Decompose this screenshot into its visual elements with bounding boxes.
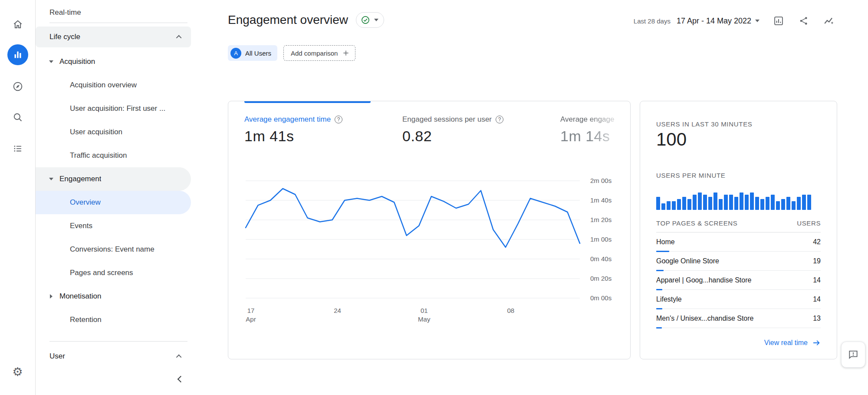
top-page-row[interactable]: Lifestyle14	[656, 290, 821, 309]
sidebar-item-pages-and-screens[interactable]: Pages and screens	[36, 261, 194, 285]
sidebar-item-monetisation[interactable]: Monetisation	[36, 285, 194, 308]
view-real-time-link[interactable]: View real time	[764, 339, 821, 347]
date-preset-label: Last 28 days	[634, 17, 671, 25]
engagement-chart-card: Average engagement time?1m 41sEngaged se…	[228, 101, 631, 359]
sidebar-item-conversions-event-name[interactable]: Conversions: Event name	[36, 238, 194, 261]
section-label: Life cycle	[49, 33, 80, 41]
y-axis-tick: 0m 20s	[590, 275, 612, 282]
top-page-row[interactable]: Google Online Store19	[656, 252, 821, 271]
metric-label: Average engage	[560, 115, 630, 124]
help-icon[interactable]: ?	[496, 116, 503, 123]
sidebar-item-label: Monetisation	[59, 292, 101, 301]
metric-tab-engaged-sessions-per-user[interactable]: Engaged sessions per user?0.82	[402, 115, 560, 145]
per-minute-bar	[661, 203, 665, 210]
metric-label: Average engagement time?	[244, 115, 402, 124]
sidebar-item-label: Retention	[70, 315, 102, 324]
collapse-sidebar-button[interactable]	[174, 372, 187, 386]
sidebar-item-acquisition-overview[interactable]: Acquisition overview	[36, 73, 194, 97]
page-header: Engagement overview	[228, 12, 384, 28]
page-users-count: 42	[813, 238, 821, 246]
comparison-chips: A All Users Add comparison	[228, 45, 355, 61]
sidebar-item-label: Real-time	[49, 8, 81, 17]
sidebar-item-retention[interactable]: Retention	[36, 308, 194, 332]
top-pages-col-label: TOP PAGES & SCREENS	[656, 219, 737, 227]
per-minute-bar	[693, 195, 697, 210]
per-minute-bar	[797, 197, 801, 210]
plus-icon	[342, 49, 350, 57]
sidebar-item-traffic-acquisition[interactable]: Traffic acquisition	[36, 144, 194, 167]
sidebar-item-user-acquisition-first-user[interactable]: User acquisition: First user ...	[36, 97, 194, 120]
x-axis-tick: 17	[247, 307, 255, 314]
selected-metric-indicator	[244, 101, 371, 103]
insights-icon[interactable]	[823, 15, 835, 27]
page-name: Home	[656, 238, 680, 246]
per-minute-bar	[740, 193, 743, 210]
per-minute-bar	[713, 193, 717, 210]
per-minute-bar	[687, 199, 691, 210]
report-status-dropdown[interactable]	[356, 12, 384, 28]
settings-gear-icon[interactable]: ⚙	[11, 365, 24, 378]
engagement-line-chart[interactable]: 2m 00s1m 40s1m 20s1m 00s0m 40s0m 20s0m 0…	[237, 171, 622, 332]
x-axis-tick: 24	[334, 307, 341, 314]
realtime-card: USERS IN LAST 30 MINUTES 100 USERS PER M…	[640, 101, 837, 359]
customize-report-icon[interactable]	[773, 15, 785, 27]
sidebar-item-events[interactable]: Events	[36, 214, 194, 238]
view-real-time-label: View real time	[764, 339, 808, 347]
sidebar-item-overview[interactable]: Overview	[36, 191, 191, 214]
expand-arrow-icon[interactable]	[49, 294, 54, 299]
page-title: Engagement overview	[228, 13, 348, 27]
x-axis-tick: May	[418, 315, 431, 323]
metric-tab-average-engage[interactable]: Average engage1m 14s	[560, 115, 630, 145]
sidebar-item-label: Traffic acquisition	[70, 151, 127, 160]
page-name: Men's / Unisex...chandise Store	[656, 315, 759, 322]
reports-icon[interactable]	[7, 44, 28, 65]
y-axis-tick: 0m 40s	[590, 255, 612, 262]
sidebar-divider	[49, 341, 187, 342]
add-comparison-label: Add comparison	[291, 50, 338, 57]
date-range-selector[interactable]: 17 Apr - 14 May 2022	[677, 17, 760, 26]
sidebar-item-real-time[interactable]: Real-time	[36, 3, 194, 23]
top-page-row[interactable]: Home42	[656, 232, 821, 252]
share-icon[interactable]	[798, 15, 810, 27]
x-axis-tick: 08	[507, 307, 515, 314]
users-30min-value: 100	[656, 129, 687, 150]
top-page-row[interactable]: Men's / Unisex...chandise Store13	[656, 309, 821, 328]
sidebar-item-acquisition[interactable]: Acquisition	[36, 50, 194, 73]
section-label: User	[49, 352, 65, 361]
home-icon[interactable]	[11, 18, 24, 31]
per-minute-bar	[729, 195, 733, 210]
feedback-button[interactable]	[841, 342, 865, 368]
per-minute-bar	[766, 197, 769, 210]
sidebar-section-user[interactable]: User	[36, 346, 191, 367]
sidebar-item-engagement[interactable]: Engagement	[36, 167, 191, 191]
collapse-arrow-icon[interactable]	[49, 59, 54, 64]
green-check-icon	[361, 15, 370, 25]
all-users-chip[interactable]: A All Users	[228, 45, 277, 61]
sidebar-nav-list: AcquisitionAcquisition overviewUser acqu…	[36, 50, 194, 332]
page-mini-bar	[656, 327, 662, 329]
collapse-arrow-icon[interactable]	[49, 176, 54, 182]
y-axis-tick: 1m 00s	[590, 236, 612, 243]
advertising-icon[interactable]	[11, 111, 24, 124]
sidebar-item-user-acquisition[interactable]: User acquisition	[36, 120, 194, 144]
per-minute-bar	[781, 199, 785, 210]
feedback-icon	[848, 349, 859, 360]
page-users-count: 14	[813, 295, 821, 303]
per-minute-bar	[682, 197, 686, 210]
per-minute-bar	[656, 197, 660, 210]
per-minute-bar	[802, 195, 806, 210]
add-comparison-button[interactable]: Add comparison	[283, 45, 355, 61]
sidebar-section-life-cycle[interactable]: Life cycle	[36, 27, 191, 47]
page-users-count: 19	[813, 257, 821, 265]
sidebar-divider	[49, 23, 187, 23]
users-col-label: USERS	[797, 219, 821, 227]
explore-icon[interactable]	[11, 80, 24, 93]
top-page-row[interactable]: Apparel | Goog...handise Store14	[656, 271, 821, 290]
per-minute-bar	[750, 193, 754, 210]
help-icon[interactable]: ?	[335, 116, 342, 123]
metric-tab-average-engagement-time[interactable]: Average engagement time?1m 41s	[244, 115, 402, 145]
metric-label-text: Average engage	[560, 115, 614, 124]
metric-value: 1m 41s	[244, 128, 402, 145]
users-30min-title: USERS IN LAST 30 MINUTES	[656, 120, 753, 128]
configure-icon[interactable]	[11, 142, 24, 155]
